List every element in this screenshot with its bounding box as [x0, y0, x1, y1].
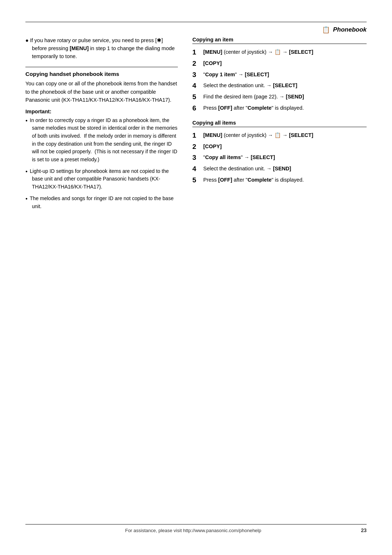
important-bullet-2: Light-up ID settings for phonebook items…: [25, 167, 178, 191]
copy-item-step-3: 3 "Copy 1 item" → [SELECT]: [192, 71, 367, 79]
copy-all-step-content-2: [COPY]: [203, 143, 367, 151]
important-bullet-3: The melodies and songs for ringer ID are…: [25, 195, 178, 210]
copy-all-step-3: 3 "Copy all items" → [SELECT]: [192, 154, 367, 162]
copy-all-step-1: 1 [MENU] (center of joystick) → 📋 → [SEL…: [192, 131, 367, 140]
footer-assistance-text: For assistance, please visit http://www.…: [25, 528, 361, 533]
header-row: 📋 Phonebook: [25, 26, 367, 35]
copy-item-step-5: 5 Find the desired item (page 22). → [SE…: [192, 93, 367, 101]
step-content-1: [MENU] (center of joystick) → 📋 → [SELEC…: [203, 48, 367, 56]
copy-all-step-content-1: [MENU] (center of joystick) → 📋 → [SELEC…: [203, 131, 367, 139]
step-content-5: Find the desired item (page 22). → [SEND…: [203, 93, 367, 101]
copy-item-step-6: 6 Press [OFF] after "Complete" is displa…: [192, 104, 367, 113]
copy-all-step-5: 5 Press [OFF] after "Complete" is displa…: [192, 176, 367, 185]
footer-page-number: 23: [361, 527, 367, 533]
intro-bullet: ● If you have rotary or pulse service, y…: [25, 37, 178, 60]
copy-all-step-content-3: "Copy all items" → [SELECT]: [203, 154, 367, 162]
step-num-3: 3: [192, 71, 202, 79]
copy-all-title: Copying all items: [192, 120, 367, 127]
copy-all-steps: 1 [MENU] (center of joystick) → 📋 → [SEL…: [192, 131, 367, 185]
section-body: You can copy one or all of the phonebook…: [25, 80, 178, 104]
header-title: 📋 Phonebook: [322, 26, 367, 34]
section-heading: Copying handset phonebook items: [25, 71, 178, 77]
left-column: ● If you have rotary or pulse service, y…: [25, 37, 178, 524]
important-label: Important:: [25, 109, 178, 114]
copy-all-step-content-5: Press [OFF] after "Complete" is displaye…: [203, 176, 367, 184]
step-num-4: 4: [192, 82, 202, 90]
copy-all-step-4: 4 Select the destination unit. → [SEND]: [192, 165, 367, 173]
page: 📋 Phonebook ● If you have rotary or puls…: [0, 0, 392, 555]
copy-all-step-num-5: 5: [192, 176, 202, 185]
copy-all-step-2: 2 [COPY]: [192, 143, 367, 151]
copy-all-step-content-4: Select the destination unit. → [SEND]: [203, 165, 367, 173]
footer: For assistance, please visit http://www.…: [25, 524, 367, 533]
copy-all-step-num-3: 3: [192, 154, 202, 162]
step-num-5: 5: [192, 93, 202, 101]
right-column: Copying an item 1 [MENU] (center of joys…: [192, 37, 367, 524]
step-content-2: [COPY]: [203, 60, 367, 68]
important-bullet-1: In order to correctly copy a ringer ID a…: [25, 117, 178, 164]
intro-bullet-text: ● If you have rotary or pulse service, y…: [25, 37, 178, 60]
top-rule: [25, 22, 367, 22]
copy-item-step-4: 4 Select the destination unit. → [SELECT…: [192, 82, 367, 90]
step-num-1: 1: [192, 48, 202, 57]
important-bullets-list: In order to correctly copy a ringer ID a…: [25, 117, 178, 211]
header-title-text: Phonebook: [333, 26, 367, 33]
step-num-6: 6: [192, 104, 202, 113]
step-num-2: 2: [192, 60, 202, 68]
copy-all-step-num-1: 1: [192, 131, 202, 140]
step-content-3: "Copy 1 item" → [SELECT]: [203, 71, 367, 79]
step-content-6: Press [OFF] after "Complete" is displaye…: [203, 104, 367, 112]
copy-item-steps: 1 [MENU] (center of joystick) → 📋 → [SEL…: [192, 48, 367, 113]
copy-all-step-num-4: 4: [192, 165, 202, 173]
section-rule: [25, 67, 178, 67]
copy-item-title: Copying an item: [192, 37, 367, 44]
step-content-4: Select the destination unit. → [SELECT]: [203, 82, 367, 90]
copy-item-step-2: 2 [COPY]: [192, 60, 367, 68]
phonebook-icon: 📋: [322, 26, 330, 34]
copy-item-step-1: 1 [MENU] (center of joystick) → 📋 → [SEL…: [192, 48, 367, 57]
content-area: ● If you have rotary or pulse service, y…: [25, 37, 367, 524]
copy-all-step-num-2: 2: [192, 143, 202, 151]
